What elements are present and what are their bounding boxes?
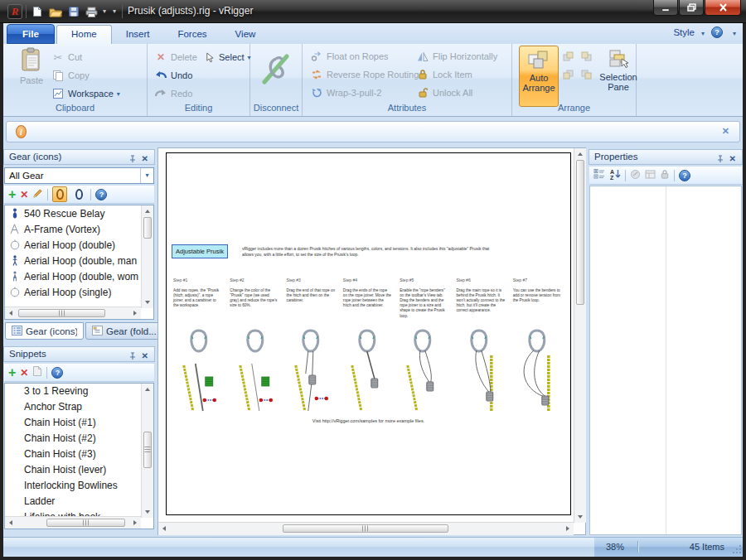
edit-gear-button[interactable] [32,187,43,202]
remove-snippet-button[interactable]: ✕ [20,367,28,379]
copy-button[interactable]: Copy [51,67,90,84]
attribute-toggle[interactable]: Float on Ropes [311,51,417,62]
snippet-list-item[interactable]: Chain Hoist (#3) [5,447,153,462]
gear-list-item[interactable]: Aerial Hoop (double) [5,237,153,253]
doc-title-box[interactable]: Adjustable Prusik [172,244,228,258]
rig-figure[interactable] [228,326,284,420]
rig-figure[interactable] [507,326,564,420]
attribute-toggle[interactable]: w Wrap-3-pull-2 [311,87,417,99]
sort-az-button[interactable]: AZ [609,168,621,183]
reset-property-button[interactable] [630,168,641,183]
new-snippet-button[interactable] [32,365,42,380]
rig-figure[interactable] [452,326,508,420]
properties-panel-close-icon[interactable]: ✕ [729,152,736,166]
scrollbar-thumb[interactable] [46,519,125,527]
snippet-list-item[interactable]: 3 to 1 Reeving [5,384,153,399]
gear-list-item[interactable]: Aerial Hoop (double, man [5,253,153,268]
select-button[interactable]: Select ▾ [202,49,251,65]
help-button[interactable]: ? [711,27,723,38]
gear-filter-dropdown[interactable]: All Gear ▾ [4,167,154,184]
pin-icon[interactable] [129,153,136,167]
window-titlebar[interactable]: R ▾ ▾ Prusik (adjusts).rig - vRigger [0,0,746,23]
snippets-panel-close-icon[interactable]: ✕ [142,349,148,363]
new-document-button[interactable] [30,5,45,18]
print-button[interactable] [84,5,99,18]
undo-button[interactable]: Undo [154,67,192,84]
gear-list-item[interactable]: A-Frame (Vortex) [5,221,153,237]
add-snippet-button[interactable]: + [8,367,16,379]
file-menu-button[interactable]: File [7,24,55,44]
snippets-vertical-scrollbar[interactable] [141,384,153,518]
workspace-button[interactable]: Workspace ▾ [51,85,120,102]
gear-panel-tab[interactable]: Gear (icons) [5,322,84,340]
canvas-vertical-scrollbar[interactable] [574,148,586,523]
scrollbar-thumb[interactable] [576,160,584,305]
gear-list-item[interactable]: Aerial Hoop (double, wom [5,268,153,284]
save-button[interactable] [66,5,81,18]
selection-pane-button[interactable]: Selection Pane [598,46,638,107]
property-pages-button[interactable] [645,168,656,183]
chevron-down-icon[interactable]: ▾ [140,168,153,183]
scrollbar-thumb[interactable] [18,309,105,317]
gear-panel-close-icon[interactable]: ✕ [142,152,148,166]
close-button[interactable] [705,0,741,16]
info-bar-close-icon[interactable]: ✕ [722,126,729,137]
scrollbar-thumb[interactable] [283,524,448,533]
bring-forward-button[interactable] [560,49,577,65]
gear-panel-tab[interactable]: Gear (fold... [85,322,163,340]
restore-button[interactable] [679,0,704,16]
properties-panel-header[interactable]: Properties ✕ [589,149,743,165]
rig-figure[interactable] [172,326,228,420]
auto-arrange-button[interactable]: Auto Arrange [519,46,559,107]
attribute-toggle[interactable]: Reverse Rope Routing [311,69,417,80]
properties-help-button[interactable]: ? [679,170,690,181]
open-file-button[interactable] [48,5,63,18]
style-menu[interactable]: Style [673,27,695,37]
snippet-list-item[interactable]: Chain Hoist (#1) [5,415,153,431]
qat-customize-icon[interactable]: ▾ [110,7,119,15]
snippet-list-item[interactable]: Chain Hoist (lever) [5,462,153,478]
gear-vertical-scrollbar[interactable] [141,205,153,308]
minimize-button[interactable] [653,0,678,16]
delete-button[interactable]: ✕ Delete [154,49,197,65]
ribbon-tab[interactable]: Forces [163,25,220,44]
gear-list-item[interactable]: Aerial Hoop (single) [5,284,153,300]
app-logo-icon[interactable]: R [7,4,22,19]
paste-button[interactable]: Paste [13,47,50,107]
resize-grip[interactable] [732,544,742,556]
bring-to-front-button[interactable] [579,49,595,65]
document-page[interactable]: Adjustable Prusik vRigger includes more … [166,152,571,515]
snippet-list-item[interactable]: Anchor Strap [5,399,153,415]
disconnect-button[interactable] [259,51,293,89]
zoom-level[interactable]: 38% [606,542,624,552]
pin-icon[interactable] [717,153,724,167]
gear-panel-header[interactable]: Gear (icons) ✕ [3,149,155,165]
cut-button[interactable]: ✂ Cut [51,49,82,65]
attribute-toggle[interactable]: Lock Item [417,69,515,80]
snippet-list-item[interactable]: Chain Hoist (#2) [5,431,153,447]
ribbon-tab[interactable]: Insert [112,25,164,44]
workspace-canvas[interactable]: Adjustable Prusik vRigger includes more … [157,147,586,535]
snippets-help-button[interactable]: ? [51,367,63,379]
add-gear-button[interactable]: + [8,189,16,200]
scrollbar-thumb[interactable] [143,432,152,468]
snippet-list-item[interactable]: Interlocking Bowlines [5,478,153,494]
view-list-button[interactable] [71,186,86,202]
gear-horizontal-scrollbar[interactable] [5,307,141,319]
snippets-horizontal-scrollbar[interactable] [5,516,141,529]
print-dropdown-icon[interactable]: ▾ [100,7,109,15]
property-grid[interactable] [589,186,742,535]
gear-list-item[interactable]: 540 Rescue Belay [5,205,153,221]
pin-icon[interactable] [129,350,136,364]
canvas-horizontal-scrollbar[interactable] [158,522,574,535]
rig-figure[interactable] [395,326,452,420]
rig-figure[interactable] [283,326,340,420]
lock-properties-button[interactable] [660,168,670,183]
snippet-list-item[interactable]: Ladder [5,494,153,509]
help-dropdown-icon[interactable]: ▾ [733,30,736,37]
gear-help-button[interactable]: ? [95,189,107,200]
redo-button[interactable]: Redo [154,85,192,102]
ribbon-tab[interactable]: Home [56,25,112,44]
send-backward-button[interactable] [560,67,577,84]
style-dropdown-icon[interactable]: ▾ [701,30,705,37]
